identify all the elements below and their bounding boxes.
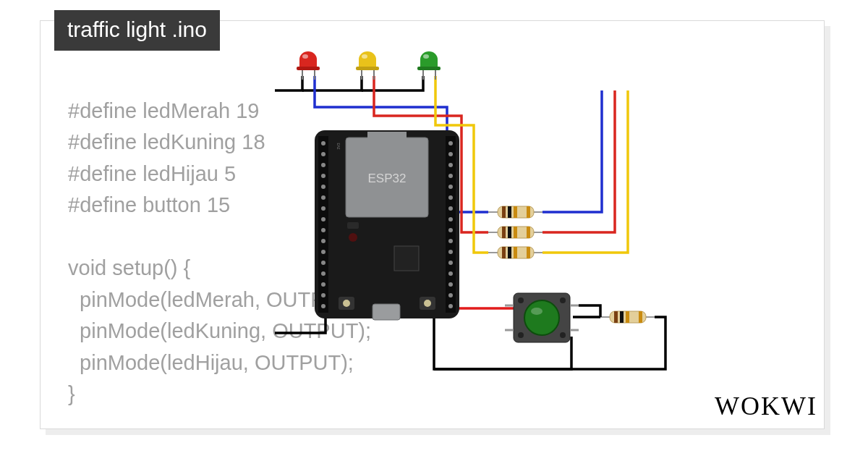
led-yellow (356, 51, 379, 80)
svg-point-6 (321, 152, 326, 156)
code-line: #define ledHijau 5 (68, 162, 236, 185)
mcu-label: ESP32 (368, 172, 407, 185)
esp32-board: ESP32 3V3 (315, 130, 459, 320)
svg-rect-43 (373, 304, 400, 320)
svg-point-27 (448, 206, 453, 211)
svg-point-35 (448, 293, 453, 297)
svg-rect-57 (356, 67, 379, 70)
svg-rect-84 (527, 247, 530, 258)
svg-rect-99 (614, 311, 618, 323)
svg-point-89 (560, 332, 566, 338)
svg-rect-83 (514, 247, 517, 258)
svg-point-92 (531, 308, 542, 315)
code-line: void setup() { (68, 256, 190, 279)
svg-point-12 (321, 217, 326, 221)
wire-black (362, 76, 423, 90)
svg-point-23 (448, 163, 453, 167)
svg-rect-51 (297, 67, 320, 70)
svg-rect-69 (502, 206, 506, 218)
svg-point-66 (423, 54, 429, 59)
svg-point-34 (448, 282, 453, 287)
code-line: #define button 15 (68, 193, 230, 216)
svg-point-30 (448, 239, 453, 243)
svg-point-14 (321, 239, 326, 243)
svg-text:3V3: 3V3 (336, 143, 341, 149)
svg-point-47 (424, 300, 431, 307)
svg-point-28 (448, 217, 453, 221)
svg-rect-56 (359, 59, 376, 67)
svg-point-17 (321, 271, 326, 276)
svg-rect-81 (502, 247, 506, 258)
svg-point-36 (448, 304, 453, 308)
code-line: } (68, 382, 75, 405)
svg-point-42 (349, 233, 357, 242)
svg-rect-78 (527, 227, 530, 238)
led-green (417, 51, 441, 80)
svg-point-8 (321, 174, 326, 178)
resistor-4 (600, 311, 655, 323)
circuit-diagram: ESP32 3V3 (275, 51, 694, 405)
svg-point-33 (448, 271, 453, 276)
svg-rect-101 (626, 311, 629, 323)
svg-point-9 (321, 185, 326, 189)
svg-point-22 (448, 152, 453, 156)
svg-point-16 (321, 261, 326, 265)
svg-point-29 (448, 228, 453, 232)
svg-rect-71 (514, 206, 517, 218)
code-line: #define ledMerah 19 (68, 99, 259, 122)
svg-rect-63 (417, 67, 441, 70)
svg-point-19 (321, 293, 326, 297)
svg-rect-102 (639, 311, 642, 323)
svg-point-31 (448, 250, 453, 254)
svg-point-60 (362, 54, 367, 59)
svg-rect-70 (508, 206, 511, 218)
svg-point-86 (518, 297, 524, 303)
svg-point-25 (448, 185, 453, 189)
svg-point-7 (321, 163, 326, 167)
resistor-3 (488, 247, 542, 258)
resistor-2 (488, 227, 542, 238)
svg-rect-75 (502, 227, 506, 238)
svg-point-18 (321, 282, 326, 287)
svg-point-21 (448, 141, 453, 145)
svg-rect-38 (367, 132, 407, 139)
svg-rect-62 (420, 59, 438, 67)
svg-rect-50 (299, 59, 317, 67)
svg-rect-77 (514, 227, 517, 238)
svg-rect-100 (620, 311, 624, 323)
code-line: #define ledKuning 18 (68, 130, 265, 153)
svg-point-20 (321, 304, 326, 308)
svg-rect-40 (394, 246, 419, 271)
svg-point-88 (518, 332, 524, 338)
svg-rect-82 (508, 247, 511, 258)
brand-label: WOKWI (715, 391, 817, 421)
svg-rect-76 (508, 227, 511, 238)
wire-black (579, 305, 600, 317)
svg-rect-72 (527, 206, 530, 218)
file-title: traffic light .ino (67, 17, 207, 41)
circuit-svg: ESP32 3V3 (275, 51, 694, 405)
push-button[interactable] (505, 293, 579, 342)
wire-black (302, 76, 362, 90)
svg-rect-41 (347, 222, 359, 229)
svg-point-45 (343, 300, 350, 307)
resistor-1 (488, 206, 542, 218)
svg-point-32 (448, 261, 453, 265)
led-red (297, 51, 320, 80)
file-title-tab: traffic light .ino (54, 10, 220, 51)
svg-point-54 (302, 54, 308, 59)
wire-red-power (454, 275, 514, 308)
svg-point-24 (448, 174, 453, 178)
svg-point-15 (321, 250, 326, 254)
svg-point-26 (448, 195, 453, 200)
svg-point-10 (321, 195, 326, 200)
svg-point-5 (321, 141, 326, 145)
wire-blue-return (542, 90, 602, 212)
svg-point-13 (321, 228, 326, 232)
svg-point-87 (560, 297, 566, 303)
svg-point-11 (321, 206, 326, 211)
